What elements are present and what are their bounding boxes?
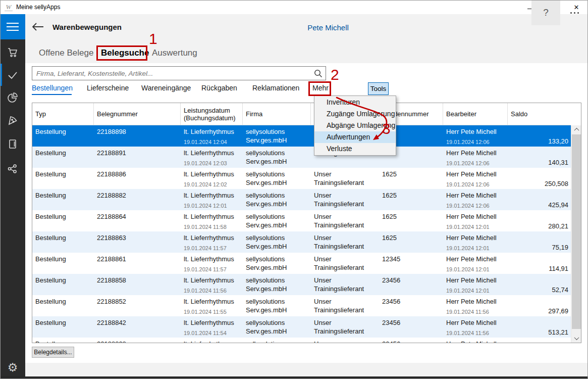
help-button[interactable]: ? [531, 0, 560, 25]
scroll-up-arrow-icon[interactable] [571, 125, 581, 134]
sidebar: ⚙ [0, 14, 25, 379]
user-name[interactable]: Pete Michell [268, 23, 389, 32]
cell-typ: Bestellung [32, 231, 94, 253]
cell-belegnummer: 22188891 [94, 147, 181, 168]
table-row[interactable]: Bestellung22188852lt. Lieferrhythmus19.0… [32, 295, 571, 316]
cell-belegnummer: 22188842 [94, 316, 181, 338]
cell-firma: sellysolutionsServ.ges.mbH [243, 189, 311, 210]
cell-firma: sellysolutionsServ.ges.mbH [243, 125, 311, 147]
cell-saldo [508, 338, 571, 343]
cell-lieferant: Unser [311, 338, 379, 343]
active-doctab-underline [32, 94, 72, 95]
tab-belegsuche[interactable]: Belegsuche [101, 48, 149, 58]
cell-kundennummer: 23456 [379, 338, 443, 343]
vertical-scrollbar[interactable] [571, 125, 581, 343]
cell-bearbeiter: Herr Pete Michell19.01.2024 12:06 [443, 189, 508, 210]
menu-item-aufwertungen[interactable]: Aufwertungen [314, 131, 396, 143]
table-row[interactable]: Bestellung22188863lt. Lieferrhythmus19.0… [32, 231, 571, 253]
settings-button[interactable]: ⚙ [0, 356, 25, 378]
cell-firma: sellysolutionsServ.ges.mbH [243, 295, 311, 316]
back-button[interactable] [30, 20, 45, 33]
column-header-saldo[interactable]: Saldo [508, 103, 571, 125]
cell-saldo: 75,19 [508, 231, 571, 253]
cell-saldo: 425,94 [508, 189, 571, 210]
more-options-button[interactable] [561, 0, 588, 25]
table-row[interactable]: Bestellung22188898lt. Lieferrhythmus19.0… [32, 125, 571, 147]
cell-kundennummer: 23456 [379, 274, 443, 295]
sidebar-item-cart[interactable] [0, 41, 25, 63]
cell-kundennummer: 23456 [379, 316, 443, 338]
table-row[interactable]: Bestellung22188838lt. Lieferrhythmussell… [32, 338, 571, 343]
menu-item-verluste[interactable]: Verluste [314, 143, 396, 155]
cell-typ: Bestellung [32, 253, 94, 274]
annotation-step-2: 2 [331, 68, 339, 82]
cell-firma: sellysolutionsServ.ges.mbH [243, 253, 311, 274]
tab-offene-belege[interactable]: Offene Belege [39, 48, 93, 58]
table-row[interactable]: Bestellung22188891lt. Lieferrhythmus19.0… [32, 147, 571, 168]
search-box [32, 66, 326, 80]
title-bar: W Meine sellyApps ✕ [0, 0, 588, 14]
page-title: Warenbewegungen [52, 23, 122, 31]
doctab-bestellungen[interactable]: Bestellungen [32, 84, 73, 92]
cell-typ: Bestellung [32, 316, 94, 338]
column-header-leistungsdatum[interactable]: Leistungsdatum(Buchungsdatum) [181, 103, 243, 125]
cell-leistungsdatum: lt. Lieferrhythmus19.01.2024 11:58 [181, 210, 243, 231]
table-row[interactable]: Bestellung22188886lt. Lieferrhythmus19.0… [32, 168, 571, 189]
table-row[interactable]: Bestellung22188882lt. Lieferrhythmus19.0… [32, 189, 571, 210]
tab-auswertung[interactable]: Auswertung [152, 48, 197, 58]
sidebar-item-journal[interactable] [0, 133, 25, 155]
sidebar-item-network[interactable] [0, 158, 25, 180]
pie-chart-icon [7, 91, 19, 104]
cell-leistungsdatum: lt. Lieferrhythmus19.01.2024 11:55 [181, 295, 243, 316]
tools-button[interactable]: Tools [368, 82, 389, 95]
cell-saldo: 140,31 [508, 147, 571, 168]
doctab-reklamationen[interactable]: Reklamationen [252, 84, 299, 92]
cell-belegnummer: 22188886 [94, 168, 181, 189]
belegdetails-button[interactable]: Belegdetails... [32, 347, 74, 358]
sidebar-item-tasks[interactable] [0, 64, 25, 86]
column-header-firma[interactable]: Firma [243, 103, 311, 125]
cell-lieferant: UnserTrainingslieferant [311, 168, 379, 189]
cell-leistungsdatum: lt. Lieferrhythmus19.01.2024 11:57 [181, 253, 243, 274]
sidebar-item-products[interactable] [0, 110, 25, 132]
search-icon[interactable] [310, 69, 326, 78]
column-header-bearbeiter[interactable]: Bearbeiter [443, 103, 508, 125]
app-title: Meine sellyApps [16, 4, 60, 11]
cell-bearbeiter: Herr Pete Michell [443, 338, 508, 343]
cell-bearbeiter: Herr Pete Michell19.01.2024 12:06 [443, 147, 508, 168]
cell-belegnummer: 22188858 [94, 274, 181, 295]
menu-item-abgaenge-umlagerung[interactable]: Abgänge Umlagerung [314, 120, 396, 131]
hamburger-menu-button[interactable] [0, 14, 25, 39]
cell-leistungsdatum: lt. Lieferrhythmus [181, 338, 243, 343]
cell-typ: Bestellung [32, 189, 94, 210]
cell-bearbeiter: Herr Pete Michell19.01.2024 12:01 [443, 274, 508, 295]
doctab-lieferscheine[interactable]: Lieferscheine [87, 84, 129, 92]
menu-item-zugaenge-umlagerung[interactable]: Zugänge Umlagerung [314, 108, 396, 120]
table-row[interactable]: Bestellung22188842lt. Lieferrhythmus19.0… [32, 316, 571, 338]
scrollbar-thumb[interactable] [572, 134, 581, 329]
cell-kundennummer: 23456 [379, 295, 443, 316]
search-input[interactable] [32, 70, 310, 77]
scroll-down-arrow-icon[interactable] [571, 334, 581, 343]
sidebar-item-reports[interactable] [0, 86, 25, 109]
hamburger-icon [7, 23, 19, 24]
table-row[interactable]: Bestellung22188861lt. Lieferrhythmus19.0… [32, 253, 571, 274]
cell-typ: Bestellung [32, 168, 94, 189]
table-row[interactable]: Bestellung22188858lt. Lieferrhythmus19.0… [32, 274, 571, 295]
cell-typ: Bestellung [32, 210, 94, 231]
pizza-slice-icon [7, 115, 19, 127]
cell-kundennummer: 1625 [379, 231, 443, 253]
doctab-mehr[interactable]: Mehr [312, 84, 329, 92]
cell-lieferant: UnserTrainingslieferant [311, 231, 379, 253]
cell-saldo: 513,21 [508, 316, 571, 338]
doctab-rueckgaben[interactable]: Rückgaben [201, 84, 237, 92]
menu-item-inventuren[interactable]: Inventuren [314, 97, 396, 108]
column-header-belegnummer[interactable]: Belegnummer [94, 103, 181, 125]
cell-lieferant: UnserTrainingslieferant [311, 316, 379, 338]
doctab-wareneingaenge[interactable]: Wareneingänge [141, 84, 191, 92]
column-header-typ[interactable]: Typ [32, 103, 94, 125]
cell-bearbeiter: Herr Pete Michell19.01.2024 12:01 [443, 253, 508, 274]
cell-leistungsdatum: lt. Lieferrhythmus19.01.2024 11:57 [181, 231, 243, 253]
cell-firma: sellysolutionsServ.ges.mbH [243, 316, 311, 338]
table-row[interactable]: Bestellung22188864lt. Lieferrhythmus19.0… [32, 210, 571, 231]
